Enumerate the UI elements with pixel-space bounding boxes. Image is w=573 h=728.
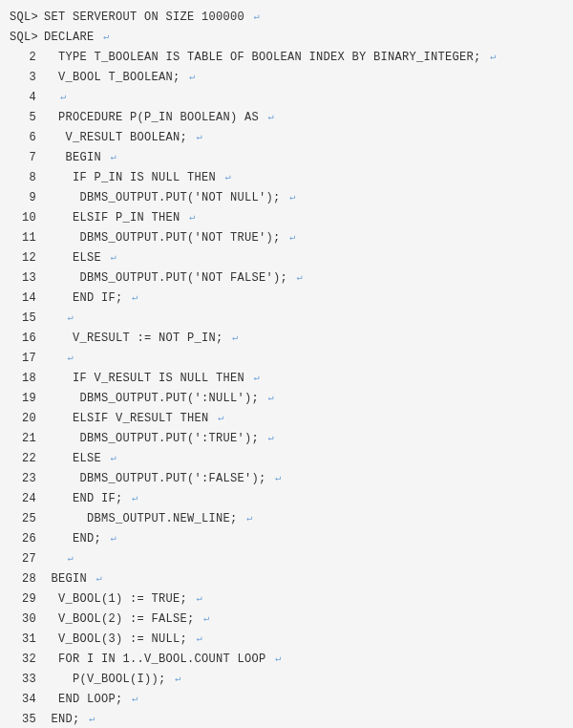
code-line: 20 ELSIF V_RESULT THEN ↵ xyxy=(10,409,563,429)
code-line: 11 DBMS_OUTPUT.PUT('NOT TRUE'); ↵ xyxy=(10,228,563,248)
line-code xyxy=(44,352,66,365)
line-code: TYPE T_BOOLEAN IS TABLE OF BOOLEAN INDEX… xyxy=(44,51,488,64)
line-gutter: 23 xyxy=(10,469,44,489)
code-line: 19 DBMS_OUTPUT.PUT(':NULL'); ↵ xyxy=(10,389,563,409)
code-line: 31 V_BOOL(3) := NULL; ↵ xyxy=(10,630,563,650)
line-code: END IF; xyxy=(44,291,130,305)
line-code: V_BOOL(3) := NULL; xyxy=(44,632,195,646)
line-code: DBMS_OUTPUT.NEW_LINE; xyxy=(44,512,244,525)
return-marker-icon: ↵ xyxy=(109,453,117,463)
code-line: 14 END IF; ↵ xyxy=(10,289,563,309)
return-marker-icon: ↵ xyxy=(109,533,117,544)
return-marker-icon: ↵ xyxy=(101,32,109,42)
line-gutter: 34 xyxy=(10,690,44,710)
code-line: 29 V_BOOL(1) := TRUE; ↵ xyxy=(10,589,563,610)
return-marker-icon: ↵ xyxy=(109,152,117,162)
line-code: P(V_BOOL(I)); xyxy=(44,673,173,686)
line-code: DBMS_OUTPUT.PUT(':NULL'); xyxy=(44,392,266,405)
return-marker-icon: ↵ xyxy=(109,252,117,263)
return-marker-icon: ↵ xyxy=(58,92,66,102)
code-line: 30 V_BOOL(2) := FALSE; ↵ xyxy=(10,610,563,630)
line-code: BEGIN xyxy=(44,572,95,586)
code-line: 8 IF P_IN IS NULL THEN ↵ xyxy=(10,168,563,188)
line-code: END IF; xyxy=(44,492,130,505)
return-marker-icon: ↵ xyxy=(187,72,195,82)
line-gutter: 21 xyxy=(10,429,44,449)
return-marker-icon: ↵ xyxy=(488,52,496,62)
line-gutter: 10 xyxy=(10,208,44,228)
return-marker-icon: ↵ xyxy=(95,573,102,584)
line-gutter: 25 xyxy=(10,509,44,529)
line-gutter: 33 xyxy=(10,670,44,690)
line-code: DBMS_OUTPUT.PUT(':FALSE'); xyxy=(44,472,273,485)
code-line: 3 V_BOOL T_BOOLEAN; ↵ xyxy=(10,68,563,88)
code-line: 4 ↵ xyxy=(10,88,563,108)
return-marker-icon: ↵ xyxy=(266,433,274,443)
line-gutter: 22 xyxy=(10,449,44,469)
line-code: IF P_IN IS NULL THEN xyxy=(44,171,223,184)
code-line: 34 END LOOP; ↵ xyxy=(10,690,563,710)
code-line: 23 DBMS_OUTPUT.PUT(':FALSE'); ↵ xyxy=(10,469,563,489)
code-line: 7 BEGIN ↵ xyxy=(10,148,563,168)
line-gutter: 6 xyxy=(10,128,44,148)
line-gutter: 11 xyxy=(10,228,44,248)
return-marker-icon: ↵ xyxy=(187,212,195,223)
line-code: DBMS_OUTPUT.PUT('NOT TRUE'); xyxy=(44,231,287,245)
line-code: END LOOP; xyxy=(44,693,130,706)
line-gutter: 7 xyxy=(10,148,44,168)
return-marker-icon: ↵ xyxy=(273,473,281,483)
line-gutter: 3 xyxy=(10,68,44,88)
line-gutter: 14 xyxy=(10,289,44,309)
code-line: 28 BEGIN ↵ xyxy=(10,569,563,589)
code-line: 9 DBMS_OUTPUT.PUT('NOT NULL'); ↵ xyxy=(10,188,563,208)
code-line: 17 ↵ xyxy=(10,349,563,369)
line-code: BEGIN xyxy=(44,151,109,164)
code-line: 32 FOR I IN 1..V_BOOL.COUNT LOOP ↵ xyxy=(10,650,563,670)
line-gutter: 27 xyxy=(10,549,44,569)
line-gutter: 17 xyxy=(10,349,44,369)
line-gutter: 5 xyxy=(10,108,44,128)
line-code: ELSIF V_RESULT THEN xyxy=(44,412,216,425)
return-marker-icon: ↵ xyxy=(216,413,223,423)
return-marker-icon: ↵ xyxy=(295,272,303,283)
code-line: SQL>DECLARE ↵ xyxy=(10,28,563,48)
code-line: 15 ↵ xyxy=(10,309,563,329)
return-marker-icon: ↵ xyxy=(87,714,95,724)
line-code: V_BOOL(1) := TRUE; xyxy=(44,592,195,606)
return-marker-icon: ↵ xyxy=(195,593,202,604)
line-gutter: 26 xyxy=(10,529,44,549)
line-gutter: 24 xyxy=(10,489,44,509)
return-marker-icon: ↵ xyxy=(287,232,295,243)
return-marker-icon: ↵ xyxy=(244,513,252,524)
line-gutter: SQL> xyxy=(10,8,44,28)
return-marker-icon: ↵ xyxy=(252,11,260,22)
line-code: PROCEDURE P(P_IN BOOLEAN) AS xyxy=(44,111,266,124)
line-gutter: 13 xyxy=(10,268,44,289)
return-marker-icon: ↵ xyxy=(130,694,138,704)
line-code: SET SERVEROUT ON SIZE 100000 xyxy=(44,11,252,24)
code-line: 22 ELSE ↵ xyxy=(10,449,563,469)
line-gutter: 8 xyxy=(10,168,44,188)
line-gutter: 35 xyxy=(10,710,44,728)
return-marker-icon: ↵ xyxy=(195,633,202,644)
line-code xyxy=(44,91,58,104)
code-line: 24 END IF; ↵ xyxy=(10,489,563,509)
return-marker-icon: ↵ xyxy=(66,312,74,323)
line-code: END; xyxy=(44,532,109,546)
return-marker-icon: ↵ xyxy=(173,674,180,684)
line-gutter: 30 xyxy=(10,610,44,630)
code-line: 25 DBMS_OUTPUT.NEW_LINE; ↵ xyxy=(10,509,563,529)
code-line: 35 END; ↵ xyxy=(10,710,563,728)
code-line: 18 IF V_RESULT IS NULL THEN ↵ xyxy=(10,369,563,389)
line-code: DBMS_OUTPUT.PUT(':TRUE'); xyxy=(44,432,266,445)
line-code: V_RESULT := NOT P_IN; xyxy=(44,332,230,345)
code-line: 27 ↵ xyxy=(10,549,563,569)
line-gutter: 12 xyxy=(10,248,44,268)
code-line: 26 END; ↵ xyxy=(10,529,563,549)
line-code: DECLARE xyxy=(44,31,101,44)
return-marker-icon: ↵ xyxy=(130,493,138,503)
return-marker-icon: ↵ xyxy=(195,132,202,142)
code-line: 21 DBMS_OUTPUT.PUT(':TRUE'); ↵ xyxy=(10,429,563,449)
line-gutter: SQL> xyxy=(10,28,44,48)
code-line: SQL>SET SERVEROUT ON SIZE 100000 ↵ xyxy=(10,8,563,28)
